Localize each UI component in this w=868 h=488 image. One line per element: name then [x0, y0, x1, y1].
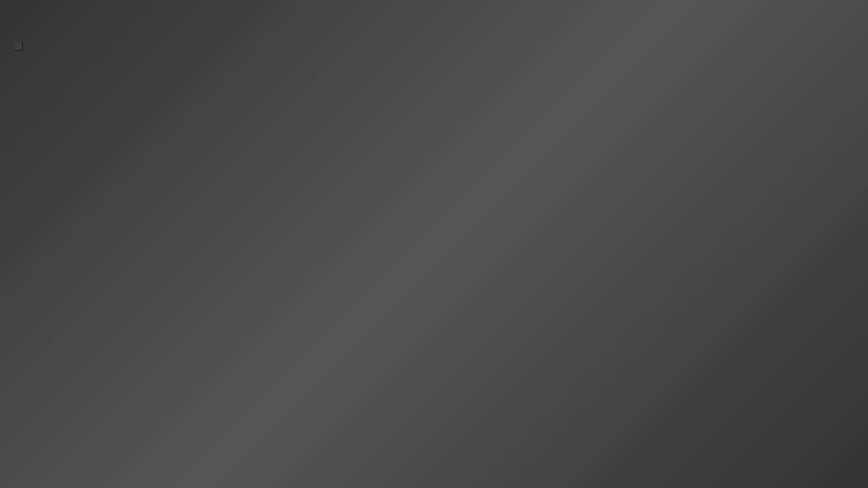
- layer-3-mask-thumb: [783, 155, 799, 171]
- layer-3-thumbnails: [765, 155, 799, 171]
- right-panel: Pfade Farbe: [752, 42, 868, 479]
- main-area: ✛ ▭ ⌇ ⊡ ⊞ 🔻 ⊕ ✏ ⊗ ↩ ◻ ▦ ◑ ✒ T ↖ ▭ ✋ 🔍 ⬚ …: [0, 42, 868, 479]
- layer-item-3[interactable]: 👁 a62f65cc5fb8f61a0b90e66b0425d1be7: [753, 152, 868, 174]
- layers-list: 👁 Ebene 1 👁: [753, 109, 868, 466]
- ruler-corner: [14, 42, 23, 51]
- layer-3-mask-bg: [783, 155, 799, 171]
